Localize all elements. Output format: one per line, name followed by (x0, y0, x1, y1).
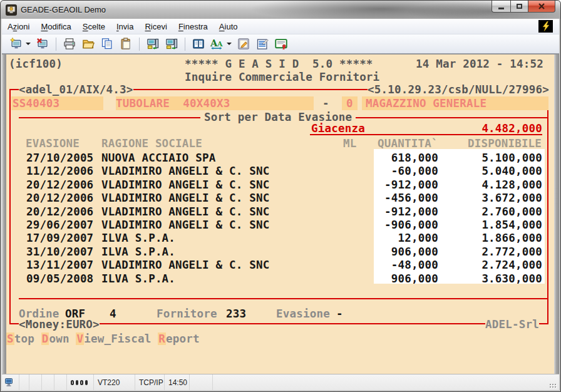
fonts-button[interactable]: AA (209, 36, 225, 52)
open-folder-button[interactable] (80, 36, 96, 52)
article-separator: - (322, 97, 329, 110)
col-header-quantita: QUANTITA` (378, 137, 438, 150)
edit-screen-button[interactable] (235, 36, 252, 52)
receive-file-button[interactable] (163, 36, 180, 52)
phonebook-button[interactable] (190, 36, 207, 52)
paste-icon (120, 38, 132, 50)
license-button[interactable] (273, 36, 289, 52)
session-address: <5.10.29.23/csb/NULL/27996> (368, 83, 549, 96)
session-status-cell (2, 374, 19, 390)
minimize-button[interactable] (492, 1, 510, 13)
new-session-dropdown-caret[interactable] (26, 43, 31, 45)
menu-items: AzioniModificaScelteInviaRiceviFinestraA… (2, 21, 244, 32)
properties-icon (256, 38, 269, 50)
left-scrollbar[interactable] (2, 54, 6, 374)
col-header-evasione: EVASIONE (26, 137, 80, 150)
footer-divider-line (19, 298, 548, 299)
menu-item-invia[interactable]: Invia (111, 20, 139, 33)
fornitore-label: Fornitore (157, 307, 217, 321)
hotkey-letter: R (158, 333, 166, 345)
window-frame: AzioniModificaScelteInviaRiceviFinestraA… (1, 19, 560, 391)
send-file-icon (147, 38, 159, 50)
col-header-disponibile: DISPONIBILE (468, 137, 542, 150)
cell-evasione: 29/06/2007 (26, 219, 93, 232)
print-icon (63, 38, 76, 50)
edit-screen-icon (237, 38, 250, 50)
fonts-icon: AA (210, 38, 224, 50)
session-host: <adel_01/AIX/4.3> (19, 83, 133, 96)
app-icon (6, 4, 17, 16)
title-bar[interactable]: GEADE-GEAOIL Demo (1, 1, 560, 19)
close-session-button[interactable] (34, 36, 51, 52)
cell-ragione-sociale: VLADIMIRO ANGELI & C. SNC (101, 165, 269, 178)
cell-evasione: 20/12/2006 (26, 178, 93, 192)
resize-grip[interactable] (550, 384, 557, 389)
hotkey-letter: V (76, 333, 84, 345)
led-indicator (76, 380, 79, 385)
properties-button[interactable] (254, 36, 270, 52)
cell-ragione-sociale: VLADIMIRO ANGELI & C. SNC (101, 259, 269, 272)
status-bar: VT220 TCP/IP 14:50 (2, 374, 559, 390)
maximize-button[interactable] (510, 1, 528, 13)
computer-icon (4, 378, 14, 387)
menu-item-scelte[interactable]: Scelte (77, 20, 111, 33)
cell-evasione: 27/10/2005 (26, 152, 93, 165)
article-code-field: SS40403 (11, 96, 103, 110)
minimize-icon (498, 8, 504, 9)
hotkey-letter: S (6, 333, 14, 345)
right-scrollbar[interactable] (554, 54, 559, 374)
menu-item-aiuto[interactable]: Aiuto (214, 20, 244, 33)
cell-disponibile: 1.854,000 (448, 219, 542, 232)
svg-text:A: A (217, 40, 223, 48)
cell-ragione-sociale: NUOVA ACCIAIO SPA (101, 152, 216, 165)
copy-button[interactable] (99, 36, 115, 52)
cell-evasione: 09/05/2008 (26, 272, 93, 286)
article-description-field: TUBOLARE 40X40X3 (116, 96, 314, 110)
cell-disponibile: 4.128,000 (448, 178, 542, 192)
menu-item-finestra[interactable]: Finestra (173, 20, 214, 33)
menu-item-ricevi[interactable]: Ricevi (139, 20, 172, 33)
cell-evasione: 13/11/2007 (26, 259, 93, 272)
license-icon (275, 38, 287, 50)
led-indicator (80, 380, 83, 385)
table-row: 29/06/2007VLADIMIRO ANGELI & C. SNC-906,… (6, 219, 554, 232)
close-icon (538, 3, 545, 9)
new-session-button[interactable] (8, 36, 24, 52)
hotkey-down[interactable]: Down (41, 333, 69, 345)
cell-disponibile: 2.724,000 (448, 259, 542, 272)
fonts-dropdown-caret[interactable] (227, 43, 232, 45)
protocol-cell: TCP/IP (135, 374, 165, 390)
evasione-label: Evasione (276, 307, 330, 321)
cell-disponibile: 3.630,000 (448, 272, 542, 286)
terminal-screen[interactable]: (icf100) ***** G E A S I D 5.0 ***** 14 … (6, 54, 554, 374)
cell-quantita: -60,000 (344, 165, 438, 178)
evasione-value: - (336, 307, 343, 321)
status-cell-spacer (213, 374, 559, 390)
screen-subtitle: Inquire Commerciale Fornitori (185, 71, 379, 84)
ordine-number: 4 (110, 307, 116, 321)
program-id: (icf100) (9, 58, 63, 71)
menu-item-azioni[interactable]: Azioni (2, 20, 35, 33)
hotkey-rest: iew_Fiscal (84, 333, 151, 345)
cell-disponibile: 2.772,000 (448, 245, 542, 259)
cell-disponibile: 1.866,000 (448, 232, 542, 245)
paste-button[interactable] (118, 36, 134, 52)
table-row: 09/05/2008ILVA S.P.A.906,0003.630,000 (6, 272, 554, 286)
table-row: 11/12/2006VLADIMIRO ANGELI & C. SNC-60,0… (6, 165, 554, 178)
cell-ragione-sociale: VLADIMIRO ANGELI & C. SNC (101, 192, 269, 205)
hotkey-stop[interactable]: Stop (6, 333, 34, 345)
new-session-icon (10, 38, 23, 50)
cell-disponibile: 5.100,000 (448, 152, 542, 165)
table-row: 20/12/2006VLADIMIRO ANGELI & C. SNC-912,… (6, 178, 554, 192)
terminal-type-cell: VT220 (94, 374, 135, 390)
table-row: 20/12/2006VLADIMIRO ANGELI & C. SNC-912,… (6, 205, 554, 219)
hotkey-view_fiscal[interactable]: View_Fiscal (76, 333, 151, 345)
menu-item-modifica[interactable]: Modifica (35, 20, 76, 33)
cell-quantita: 12,000 (344, 232, 438, 245)
print-button[interactable] (61, 36, 78, 52)
close-button[interactable] (528, 1, 555, 13)
cell-ragione-sociale: VLADIMIRO ANGELI & C. SNC (101, 205, 269, 219)
warehouse-name-field: MAGAZZINO GENERALE (362, 96, 548, 110)
send-file-button[interactable] (145, 36, 161, 52)
hotkey-report[interactable]: Report (158, 333, 199, 345)
